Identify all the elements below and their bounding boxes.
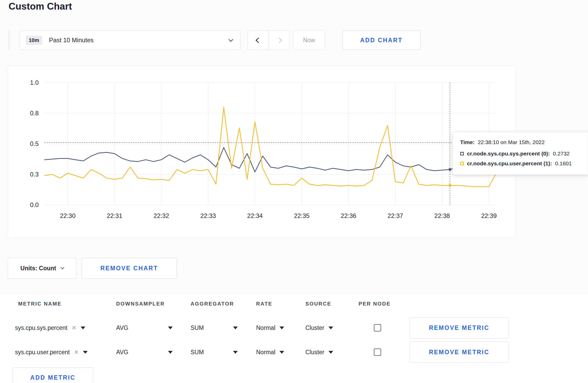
clear-icon[interactable]: ✕ bbox=[74, 349, 79, 356]
chevron-left-icon bbox=[255, 37, 261, 43]
svg-text:22:34: 22:34 bbox=[247, 212, 263, 219]
svg-text:22:38: 22:38 bbox=[434, 212, 450, 219]
remove-metric-button[interactable]: REMOVE METRIC bbox=[410, 317, 509, 338]
col-header-per-node: PER NODE bbox=[359, 301, 396, 307]
time-prev-button[interactable] bbox=[248, 31, 269, 50]
toolbar-divider bbox=[9, 31, 9, 50]
clear-icon[interactable]: ✕ bbox=[72, 324, 76, 331]
caret-down-icon bbox=[233, 351, 238, 354]
tooltip-entry: cr.node.sys.cpu.user.percent (1): 0.1601 bbox=[460, 160, 580, 167]
col-header-metric-name: METRIC NAME bbox=[15, 301, 116, 307]
metric-name-value: sys.cpu.user.percent bbox=[15, 349, 70, 356]
table-header-row: METRIC NAME DOWNSAMPLER AGGREGATOR RATE … bbox=[0, 301, 588, 307]
tooltip-series-value: 0.2732 bbox=[553, 151, 570, 157]
time-window-badge: 10m bbox=[26, 36, 42, 45]
time-range-select[interactable]: 10m Past 10 Minutes bbox=[20, 31, 241, 50]
aggregator-value: SUM bbox=[191, 349, 204, 356]
metrics-table: METRIC NAME DOWNSAMPLER AGGREGATOR RATE … bbox=[0, 294, 588, 383]
source-select[interactable]: Cluster bbox=[305, 349, 359, 356]
add-metric-button[interactable]: ADD METRIC bbox=[12, 367, 93, 383]
svg-text:0.0: 0.0 bbox=[30, 201, 39, 208]
remove-metric-button[interactable]: REMOVE METRIC bbox=[410, 342, 509, 363]
time-next-button[interactable] bbox=[269, 31, 290, 50]
source-select[interactable]: Cluster bbox=[305, 324, 359, 331]
svg-text:0.5: 0.5 bbox=[30, 140, 39, 147]
caret-down-icon bbox=[168, 327, 173, 329]
time-window-label: Past 10 Minutes bbox=[49, 37, 94, 44]
caret-down-icon bbox=[233, 327, 238, 329]
time-nav-group bbox=[248, 31, 290, 50]
units-select[interactable]: Units: Count bbox=[8, 258, 76, 279]
col-header-source: SOURCE bbox=[305, 301, 359, 307]
tooltip-series-name: cr.node.sys.cpu.user.percent (1): bbox=[467, 160, 552, 167]
aggregator-value: SUM bbox=[191, 324, 204, 331]
tooltip-time-label: Time: bbox=[460, 139, 475, 145]
add-chart-button[interactable]: ADD CHART bbox=[342, 31, 421, 50]
col-header-rate: RATE bbox=[256, 301, 305, 307]
svg-text:1.0: 1.0 bbox=[30, 79, 39, 86]
chart-tooltip: Time:22:38:10 on Mar 15th, 2022 cr.node.… bbox=[453, 132, 588, 175]
col-header-aggregator: AGGREGATOR bbox=[191, 301, 256, 307]
now-button[interactable]: Now bbox=[293, 31, 325, 50]
svg-text:22:32: 22:32 bbox=[153, 212, 169, 219]
page-title: Custom Chart bbox=[9, 1, 72, 12]
col-header-downsampler: DOWNSAMPLER bbox=[116, 301, 191, 307]
series-swatch-sys bbox=[460, 152, 464, 155]
table-row: sys.cpu.sys.percent ✕ AVG SUM Normal Clu… bbox=[0, 316, 588, 340]
chevron-down-icon bbox=[61, 266, 64, 269]
rate-value: Normal bbox=[256, 324, 275, 331]
remove-chart-button[interactable]: REMOVE CHART bbox=[82, 258, 177, 279]
metric-name-value: sys.cpu.sys.percent bbox=[15, 324, 67, 331]
svg-text:22:33: 22:33 bbox=[200, 212, 216, 219]
caret-down-icon bbox=[328, 351, 333, 354]
caret-down-icon bbox=[168, 351, 173, 354]
tooltip-series-value: 0.1601 bbox=[555, 160, 572, 167]
svg-text:0.3: 0.3 bbox=[30, 171, 39, 178]
table-row: sys.cpu.user.percent ✕ AVG SUM Normal Cl… bbox=[0, 340, 588, 364]
rate-value: Normal bbox=[256, 349, 275, 356]
aggregator-select[interactable]: SUM bbox=[191, 349, 238, 356]
caret-down-icon bbox=[81, 327, 85, 329]
series-swatch-user bbox=[460, 162, 464, 165]
tooltip-time-value: 22:38:10 on Mar 15th, 2022 bbox=[478, 139, 545, 145]
chart-svg[interactable]: 0.00.30.50.81.022:3022:3122:3222:3322:34… bbox=[8, 66, 516, 238]
per-node-checkbox[interactable] bbox=[374, 324, 381, 331]
downsampler-select[interactable]: AVG bbox=[116, 349, 173, 356]
rate-select[interactable]: Normal bbox=[256, 349, 305, 356]
source-value: Cluster bbox=[305, 324, 324, 331]
caret-down-icon bbox=[279, 351, 284, 354]
chart-panel: 0.00.30.50.81.022:3022:3122:3222:3322:34… bbox=[8, 66, 516, 238]
chevron-right-icon bbox=[276, 37, 282, 43]
tooltip-entry: cr.node.sys.cpu.sys.percent (0): 0.2732 bbox=[460, 151, 580, 157]
svg-text:22:37: 22:37 bbox=[388, 212, 403, 219]
downsampler-select[interactable]: AVG bbox=[116, 324, 173, 331]
units-label: Units: Count bbox=[20, 265, 56, 272]
svg-text:22:39: 22:39 bbox=[481, 212, 497, 219]
aggregator-select[interactable]: SUM bbox=[191, 324, 238, 331]
metric-name-select[interactable]: sys.cpu.user.percent ✕ bbox=[15, 349, 116, 356]
chevron-down-icon bbox=[228, 37, 233, 42]
metric-name-select[interactable]: sys.cpu.sys.percent ✕ bbox=[15, 324, 116, 331]
table-rows: sys.cpu.sys.percent ✕ AVG SUM Normal Clu… bbox=[0, 316, 588, 364]
caret-down-icon bbox=[279, 327, 284, 329]
caret-down-icon bbox=[83, 351, 88, 354]
svg-text:22:36: 22:36 bbox=[341, 212, 356, 219]
svg-text:22:31: 22:31 bbox=[107, 212, 122, 219]
svg-text:22:30: 22:30 bbox=[60, 212, 75, 219]
rate-select[interactable]: Normal bbox=[256, 324, 305, 331]
downsampler-value: AVG bbox=[116, 324, 128, 331]
tooltip-series-name: cr.node.sys.cpu.sys.percent (0): bbox=[467, 151, 550, 157]
svg-text:22:35: 22:35 bbox=[294, 212, 310, 219]
downsampler-value: AVG bbox=[116, 349, 128, 356]
per-node-checkbox[interactable] bbox=[374, 349, 381, 356]
caret-down-icon bbox=[328, 327, 333, 329]
svg-text:0.8: 0.8 bbox=[30, 110, 39, 117]
source-value: Cluster bbox=[305, 349, 324, 356]
